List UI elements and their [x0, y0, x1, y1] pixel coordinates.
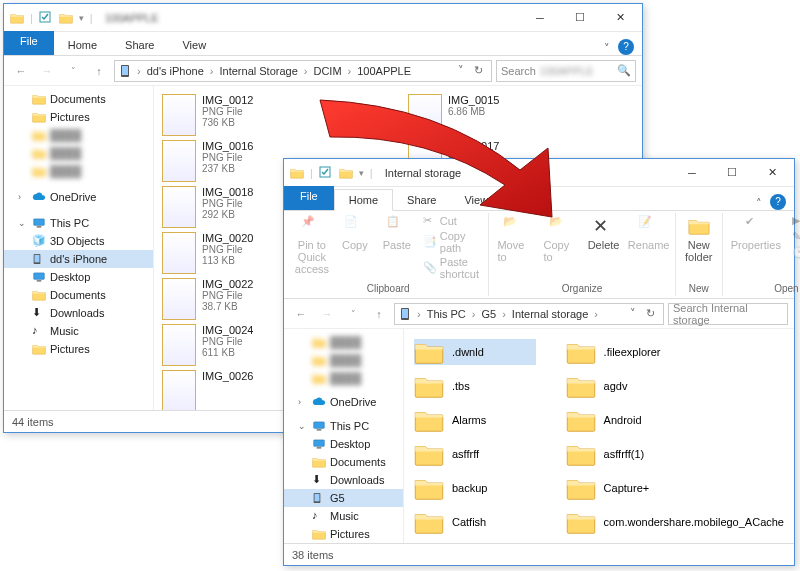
copypath-button[interactable]: 📑Copy path	[420, 229, 485, 255]
file-name: IMG_0022	[202, 278, 253, 290]
edit-button[interactable]: ✎Edit	[789, 229, 800, 245]
sidebar-thispc[interactable]: ⌄This PC	[284, 417, 403, 435]
qat-chevron[interactable]: ▾	[79, 13, 84, 23]
sidebar-item-pictures[interactable]: Pictures	[4, 108, 153, 126]
folder-name: .dwnld	[452, 346, 484, 358]
close-button[interactable]: ✕	[600, 4, 640, 32]
folder-item[interactable]: .tbs	[414, 373, 536, 399]
nav-pane: Documents Pictures ████ ████ ████ ›OneDr…	[4, 86, 154, 410]
minimize-button[interactable]: ─	[520, 4, 560, 32]
ribbon-expand-icon[interactable]: ˅	[604, 42, 610, 55]
file-type: PNG File	[202, 152, 253, 163]
qat-sep: |	[30, 12, 33, 24]
maximize-button[interactable]: ☐	[712, 159, 752, 187]
file-type: PNG File	[202, 244, 253, 255]
folder-item[interactable]: .dwnld	[414, 339, 536, 365]
nav-recent[interactable]: ˅	[342, 303, 364, 325]
nav-up[interactable]: ↑	[88, 60, 110, 82]
folder-item[interactable]: Alarms	[414, 407, 536, 433]
folder-item[interactable]: .fileexplorer	[566, 339, 784, 365]
folder-name: asffrff(1)	[604, 448, 645, 460]
history-button[interactable]: 🕑History	[789, 245, 800, 261]
sidebar-item-desktop[interactable]: Desktop	[284, 435, 403, 453]
folder-item[interactable]: agdv	[566, 373, 784, 399]
svg-rect-11	[402, 309, 408, 318]
nav-back[interactable]: ←	[10, 60, 32, 82]
breadcrumb[interactable]: ›dd's iPhone ›Internal Storage ›DCIM ›10…	[114, 60, 492, 82]
help-button[interactable]: ?	[618, 39, 634, 55]
file-name: IMG_0016	[202, 140, 253, 152]
tab-share[interactable]: Share	[111, 35, 168, 55]
maximize-button[interactable]: ☐	[560, 4, 600, 32]
sidebar-item-documents[interactable]: Documents	[4, 90, 153, 108]
sidebar-item[interactable]: ████	[284, 333, 403, 351]
folder-item[interactable]: Catfish	[414, 509, 536, 535]
tab-home[interactable]: Home	[54, 35, 111, 55]
nav-recent[interactable]: ˅	[62, 60, 84, 82]
sidebar-thispc[interactable]: ⌄This PC	[4, 214, 153, 232]
sidebar-item-documents[interactable]: Documents	[4, 286, 153, 304]
help-button[interactable]: ?	[770, 194, 786, 210]
folder-icon	[10, 11, 24, 25]
phone-icon	[399, 307, 413, 321]
sidebar-item[interactable]: ████	[4, 126, 153, 144]
sidebar-item-desktop[interactable]: Desktop	[4, 268, 153, 286]
folder-icon	[414, 475, 444, 501]
folder-item[interactable]: backup	[414, 475, 536, 501]
nav-up[interactable]: ↑	[368, 303, 390, 325]
sidebar-item[interactable]: ████	[4, 162, 153, 180]
sidebar-item[interactable]: ████	[284, 369, 403, 387]
newfolder-button[interactable]: New folder	[680, 213, 718, 265]
sidebar-item-downloads[interactable]: ⬇Downloads	[4, 304, 153, 322]
phone-icon	[119, 64, 133, 78]
sidebar-item-pictures[interactable]: Pictures	[284, 525, 403, 543]
nav-forward[interactable]: →	[36, 60, 58, 82]
folder-name: Catfish	[452, 516, 486, 528]
address-bar-row: ← → ˅ ↑ ›This PC ›G5 ›Internal storage ›…	[284, 299, 794, 329]
search-input[interactable]: Search Internal storage	[668, 303, 788, 325]
thumbnail-icon	[162, 140, 196, 182]
close-button[interactable]: ✕	[752, 159, 792, 187]
open-button[interactable]: ▶Open	[789, 213, 800, 229]
sidebar-item-music[interactable]: ♪Music	[4, 322, 153, 340]
minimize-button[interactable]: ─	[672, 159, 712, 187]
sidebar-item[interactable]: ████	[284, 351, 403, 369]
rename-button[interactable]: 📝Rename	[627, 213, 671, 253]
sidebar-item-music[interactable]: ♪Music	[284, 507, 403, 525]
sidebar-item-iphone[interactable]: dd's iPhone	[4, 250, 153, 268]
breadcrumb[interactable]: ›This PC ›G5 ›Internal storage › ˅ ↻	[394, 303, 664, 325]
sidebar-item-3dobjects[interactable]: 🧊3D Objects	[4, 232, 153, 250]
delete-button[interactable]: ✕Delete	[585, 213, 623, 253]
file-type: PNG File	[202, 290, 253, 301]
refresh-icon[interactable]: ↻	[470, 64, 487, 77]
sidebar-item-documents[interactable]: Documents	[284, 453, 403, 471]
search-input[interactable]: Search 100APPLE 🔍	[496, 60, 636, 82]
address-dropdown[interactable]: ˅	[454, 64, 468, 77]
checkbox-icon[interactable]	[39, 11, 53, 25]
sidebar-onedrive[interactable]: ›OneDrive	[284, 393, 403, 411]
sidebar-item-g5[interactable]: G5	[284, 489, 403, 507]
nav-forward[interactable]: →	[316, 303, 338, 325]
properties-button[interactable]: ✔Properties	[727, 213, 785, 253]
sidebar-item[interactable]: ████	[4, 144, 153, 162]
folder-item[interactable]: Android	[566, 407, 784, 433]
svg-rect-6	[122, 66, 128, 75]
pasteshortcut-button[interactable]: 📎Paste shortcut	[420, 255, 485, 281]
address-dropdown[interactable]: ˅	[626, 307, 640, 320]
tab-view[interactable]: View	[168, 35, 220, 55]
folder-item[interactable]: com.wondershare.mobilego_ACache	[566, 509, 784, 535]
sidebar-onedrive[interactable]: ›OneDrive	[4, 188, 153, 206]
nav-pane: ████ ████ ████ ›OneDrive ⌄This PC Deskto…	[284, 329, 404, 543]
ribbon-expand-icon[interactable]: ˄	[756, 197, 762, 210]
refresh-icon[interactable]: ↻	[642, 307, 659, 320]
nav-back[interactable]: ←	[290, 303, 312, 325]
file-size: 237 KB	[202, 163, 253, 174]
file-tab[interactable]: File	[4, 31, 54, 55]
folder-item[interactable]: asffrff	[414, 441, 536, 467]
folder-item[interactable]: asffrff(1)	[566, 441, 784, 467]
folder-name: .tbs	[452, 380, 470, 392]
sidebar-item-pictures[interactable]: Pictures	[4, 340, 153, 358]
svg-rect-8	[35, 255, 40, 263]
sidebar-item-downloads[interactable]: ⬇Downloads	[284, 471, 403, 489]
folder-item[interactable]: Capture+	[566, 475, 784, 501]
